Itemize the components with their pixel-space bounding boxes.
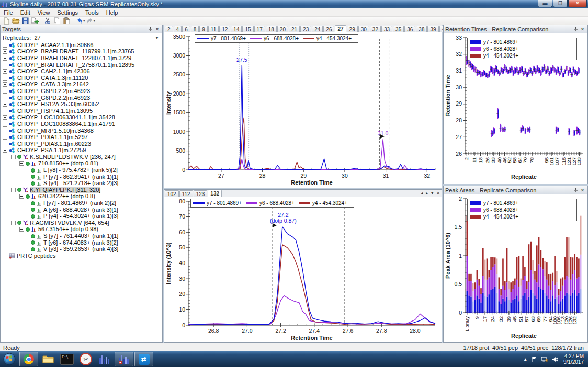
- tree-item-protein[interactable]: CHOYP_HS12A.25.33|m.60352: [1, 101, 162, 108]
- replicate-tab-20[interactable]: 20: [277, 26, 288, 32]
- action-center-flag-icon[interactable]: [532, 357, 537, 362]
- new-document-icon[interactable]: [2, 17, 11, 25]
- menu-view[interactable]: View: [34, 9, 54, 16]
- expand-icon[interactable]: [3, 82, 7, 87]
- taskbar-snipping-tool[interactable]: ✂: [77, 352, 95, 366]
- tree-item-protein[interactable]: CHOYP_LOC100883864.1.1|m.41791: [1, 121, 162, 128]
- close-panel-icon[interactable]: ✕: [579, 187, 586, 193]
- collapse-icon[interactable]: [11, 221, 16, 225]
- tree-item-precursor[interactable]: 567.3154++ (dotp 0.98): [1, 226, 162, 233]
- taskbar-clock[interactable]: 4:27 PM 9/1/2017: [563, 353, 584, 365]
- pin-icon[interactable]: [572, 26, 579, 32]
- chart-top-svg[interactable]: 0500100015002000250030003500272829303132…: [164, 32, 440, 187]
- replicate-tab-24[interactable]: 24: [312, 26, 323, 32]
- tree-item-protein[interactable]: CHOYP_HSP74.1.1|m.13095: [1, 108, 162, 114]
- expand-icon[interactable]: [3, 102, 7, 107]
- replicate-tab-132[interactable]: 132: [208, 190, 222, 197]
- tab-menu-icon[interactable]: ▾: [429, 191, 435, 196]
- tree-item-peptide[interactable]: K.SENDLPEDSTWK.V [236, 247]: [1, 154, 162, 160]
- volume-icon[interactable]: [552, 357, 558, 362]
- collapse-icon[interactable]: [3, 148, 7, 153]
- taskbar-teamviewer[interactable]: ⇄: [134, 352, 153, 366]
- peak-areas-chart-area[interactable]: 00.511.52Library917243239455157636977941…: [444, 194, 587, 342]
- tree-item-transition[interactable]: L [y8] - 975.4782+ (rank 5)[2]: [1, 167, 162, 174]
- chromatogram-pane-bottom[interactable]: 0102030405060708026.827.027.227.427.627.…: [164, 197, 442, 343]
- tree-item-protein[interactable]: CHOYP_G6PD.2.2|m.46923: [1, 95, 162, 101]
- tree-item-protein[interactable]: CHOYP_CATA.1.3|m.11120: [1, 75, 162, 82]
- replicate-tab-39[interactable]: 39: [427, 26, 438, 32]
- replicate-tab-35[interactable]: 35: [393, 26, 404, 32]
- tree-item-protein[interactable]: CHOYP_PSA.1.1|m.27259: [1, 147, 162, 154]
- replicate-tab-26[interactable]: 26: [323, 26, 334, 32]
- close-panel-icon[interactable]: ✕: [154, 26, 161, 32]
- tree-item-transition[interactable]: P [y4] - 454.3024+ (rank 1)[3]: [1, 213, 162, 220]
- restore-button[interactable]: ❐: [553, 0, 568, 7]
- expand-icon[interactable]: [3, 142, 7, 146]
- menu-settings[interactable]: Settings: [53, 9, 82, 16]
- pin-icon[interactable]: [572, 187, 579, 193]
- replicate-tab-14[interactable]: 14: [231, 26, 242, 32]
- taskbar-command-prompt[interactable]: C:\_: [58, 352, 76, 366]
- replicate-tab-33[interactable]: 33: [381, 26, 392, 32]
- replicate-tab-23[interactable]: 23: [300, 26, 311, 32]
- replicate-tab-32[interactable]: 32: [370, 26, 381, 32]
- tree-item-protein[interactable]: CHOYP_MRP1.5.10|m.34368: [1, 128, 162, 134]
- tree-item-protein[interactable]: CHOYP_PDIA3.1.1|m.60223: [1, 141, 162, 147]
- share-document-icon[interactable]: [30, 17, 39, 25]
- replicate-tab-17[interactable]: 17: [254, 26, 265, 32]
- replicate-tab-36[interactable]: 36: [404, 26, 415, 32]
- replicate-tab-123[interactable]: 123: [194, 190, 208, 197]
- chevron-down-icon[interactable]: ▼: [155, 36, 160, 40]
- save-icon[interactable]: [20, 17, 30, 25]
- replicate-tab-38[interactable]: 38: [416, 26, 427, 32]
- taskbar-chrome[interactable]: [19, 352, 38, 366]
- expand-icon[interactable]: [3, 115, 7, 120]
- expand-icon[interactable]: [3, 109, 7, 113]
- replicate-tab-6[interactable]: 6: [182, 26, 190, 32]
- expand-icon[interactable]: [3, 135, 7, 140]
- tree-item-protein[interactable]: CHOYP_BRAFLDRAFT_275870.1.1|m.12895: [1, 62, 162, 68]
- expand-icon[interactable]: [3, 89, 7, 94]
- tree-item-transition[interactable]: V [y3] - 359.2653+ (rank 4)[3]: [1, 246, 162, 253]
- retention-times-chart-area[interactable]: 2627282930313233211182633404652586470789…: [444, 33, 587, 183]
- tree-item-protein[interactable]: CHOYP_ACAA2.1.1|m.30666: [1, 42, 162, 49]
- tree-item-prtc[interactable]: PRTC peptides: [1, 253, 162, 259]
- tree-item-transition[interactable]: S [y7] - 761.4403+ (rank 1)[1]: [1, 233, 162, 239]
- expand-icon[interactable]: [3, 43, 7, 48]
- replicate-tab-27[interactable]: 27: [335, 25, 346, 32]
- start-button[interactable]: [1, 352, 18, 366]
- replicate-tab-8[interactable]: 8: [191, 26, 199, 32]
- tree-item-transition[interactable]: S [y4] - 521.2718+ (rank 2)[3]: [1, 180, 162, 187]
- paste-icon[interactable]: [62, 17, 71, 25]
- collapse-icon[interactable]: [19, 194, 24, 199]
- expand-icon[interactable]: [3, 122, 7, 127]
- tree-item-transition[interactable]: P [y7] - 862.3941+ (rank 1)[1]: [1, 174, 162, 180]
- tree-item-protein[interactable]: CHOYP_BRAFLDRAFT_122807.1.1|m.3729: [1, 55, 162, 62]
- tree-item-peptide[interactable]: K.YFQIAYPLPK.I [311, 320]: [1, 187, 162, 193]
- expand-icon[interactable]: [3, 63, 7, 67]
- menu-help[interactable]: Help: [103, 9, 122, 16]
- replicates-selector[interactable]: Replicates: 27 ▼: [1, 33, 162, 42]
- tree-item-protein[interactable]: CHOYP_PDIA1.1.1|m.5297: [1, 134, 162, 141]
- replicate-tab-18[interactable]: 18: [266, 26, 277, 32]
- title-bar[interactable]: Skyline-daily - 2017-08-31-Gigas-SRM-Rep…: [0, 0, 588, 8]
- collapse-icon[interactable]: [11, 155, 16, 159]
- tree-item-transition[interactable]: T [y6] - 674.4083+ (rank 3)[2]: [1, 239, 162, 246]
- tree-item-protein[interactable]: CHOYP_CAH2.1.1|m.42306: [1, 68, 162, 75]
- menu-tools[interactable]: Tools: [82, 9, 103, 16]
- menu-file[interactable]: File: [0, 9, 17, 16]
- tree-item-protein[interactable]: CHOYP_BRAFLDRAFT_119799.1.1|m.23765: [1, 49, 162, 55]
- replicate-tab-9[interactable]: 9: [199, 26, 208, 32]
- tree-item-precursor[interactable]: 620.3422++ (dotp 0.8): [1, 193, 162, 200]
- chart-bot-svg[interactable]: 0102030405060708026.827.027.227.427.627.…: [164, 197, 440, 342]
- replicate-tab-4[interactable]: 4: [174, 26, 182, 32]
- show-hidden-icons[interactable]: ▲: [523, 357, 527, 362]
- tree-item-precursor[interactable]: 710.8150++ (dotp 0.81): [1, 160, 162, 167]
- replicate-tab-102[interactable]: 102: [165, 190, 179, 197]
- scroll-left-icon[interactable]: ◂: [419, 191, 424, 196]
- close-panel-icon[interactable]: ✕: [579, 26, 586, 32]
- tree-item-protein[interactable]: CHOYP_G6PD.2.2|m.46923: [1, 88, 162, 95]
- menu-edit[interactable]: Edit: [17, 9, 34, 16]
- replicate-tab-15[interactable]: 15: [242, 26, 253, 32]
- tree-item-protein[interactable]: CHOYP_LOC100633041.1.1|m.35428: [1, 114, 162, 121]
